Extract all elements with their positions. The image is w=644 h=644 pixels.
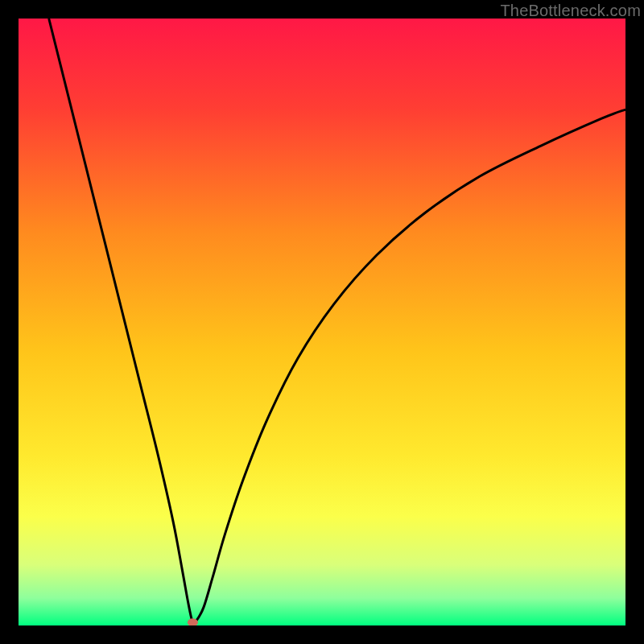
bottleneck-chart: [19, 19, 625, 625]
watermark-text: TheBottleneck.com: [500, 2, 641, 20]
chart-frame: [19, 19, 625, 625]
